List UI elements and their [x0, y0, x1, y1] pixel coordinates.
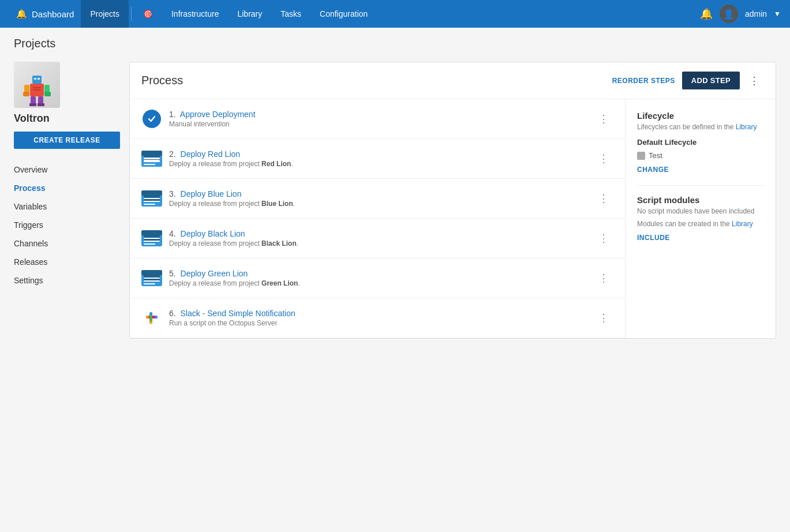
nav-item-configuration[interactable]: Configuration [310, 0, 377, 28]
step-item[interactable]: 1. Approve Deployment Manual interventio… [130, 99, 625, 139]
step-icon-deploy [141, 148, 162, 169]
lifecycle-value: Test [649, 151, 662, 160]
deploy-icon [141, 151, 162, 167]
step-description: Deploy a release from project Red Lion. [169, 160, 587, 168]
step-menu-button[interactable]: ⋮ [594, 269, 613, 287]
sidebar: Voltron CREATE RELEASE Overview Process … [14, 62, 129, 339]
notification-bell-icon[interactable]: 🔔 [700, 8, 713, 20]
nav-brand[interactable]: 🔔 Dashboard [9, 9, 81, 19]
library-link[interactable]: Library [736, 123, 757, 131]
checkmark-icon [147, 114, 157, 124]
step-item[interactable]: 6. Slack - Send Simple Notification Run … [130, 298, 625, 338]
step-description: Deploy a release from project Black Lion… [169, 239, 587, 248]
change-lifecycle-button[interactable]: CHANGE [637, 166, 669, 174]
svg-rect-34 [141, 270, 162, 275]
nav-item-infrastructure[interactable]: Infrastructure [162, 0, 228, 28]
nav-right: 🔔 👤 admin ▼ [700, 5, 781, 23]
svg-rect-31 [144, 241, 160, 242]
sidebar-item-channels[interactable]: Channels [14, 234, 120, 253]
svg-rect-7 [44, 92, 51, 96]
project-logo-image [14, 62, 60, 108]
step-icon-deploy [141, 228, 162, 249]
nav-item-camera[interactable]: 🎯 [134, 0, 162, 28]
sidebar-item-variables[interactable]: Variables [14, 197, 120, 216]
svg-rect-11 [38, 103, 44, 106]
slack-logo-icon [141, 308, 162, 328]
nav-item-tasks[interactable]: Tasks [271, 0, 310, 28]
deploy-step-icon [141, 230, 162, 246]
step-description: Deploy a release from project Green Lion… [169, 279, 587, 287]
step-name: 1. Approve Deployment [169, 110, 587, 119]
user-name: admin [745, 9, 767, 18]
step-name: 2. Deploy Red Lion [169, 149, 587, 159]
nav-item-library[interactable]: Library [228, 0, 271, 28]
sidebar-nav: Overview Process Variables Triggers Chan… [14, 160, 120, 290]
step-item[interactable]: 3. Deploy Blue Lion Deploy a release fro… [130, 179, 625, 219]
include-button[interactable]: INCLUDE [637, 234, 670, 242]
brand-label: Dashboard [32, 9, 74, 19]
step-info: 2. Deploy Red Lion Deploy a release from… [169, 149, 587, 168]
process-title: Process [141, 74, 612, 87]
svg-rect-26 [144, 204, 155, 205]
step-item[interactable]: 5. Deploy Green Lion Deploy a release fr… [130, 258, 625, 298]
deploy-step-icon [141, 270, 162, 286]
svg-rect-18 [144, 158, 160, 159]
main-layout: Voltron CREATE RELEASE Overview Process … [14, 62, 776, 339]
step-menu-button[interactable]: ⋮ [594, 110, 613, 128]
step-info: 4. Deploy Black Lion Deploy a release fr… [169, 229, 587, 248]
step-icon-deploy [141, 188, 162, 209]
step-item[interactable]: 2. Deploy Red Lion Deploy a release from… [130, 139, 625, 179]
svg-rect-37 [144, 280, 160, 282]
library-link-2[interactable]: Library [732, 220, 753, 228]
divider [637, 185, 764, 186]
svg-rect-25 [144, 201, 160, 202]
step-info: 3. Deploy Blue Lion Deploy a release fro… [169, 189, 587, 208]
step-description: Run a script on the Octopus Server [169, 319, 587, 327]
svg-rect-10 [29, 103, 36, 106]
project-name: Voltron [14, 113, 120, 125]
svg-rect-8 [31, 96, 36, 104]
reorder-steps-button[interactable]: REORDER STEPS [612, 77, 675, 85]
step-icon-manual [141, 108, 162, 129]
svg-rect-2 [34, 78, 36, 80]
svg-rect-13 [33, 89, 41, 91]
svg-rect-22 [141, 190, 162, 196]
step-description: Manual intervention [169, 120, 587, 128]
step-name: 4. Deploy Black Lion [169, 229, 587, 238]
sidebar-item-releases[interactable]: Releases [14, 253, 120, 271]
sidebar-item-process[interactable]: Process [14, 179, 120, 197]
svg-rect-19 [144, 161, 160, 162]
create-release-button[interactable]: CREATE RELEASE [14, 132, 120, 149]
default-lifecycle-label: Default Lifecycle [637, 138, 764, 147]
nav-separator [131, 7, 132, 21]
sidebar-item-settings[interactable]: Settings [14, 271, 120, 290]
add-step-button[interactable]: ADD STEP [682, 72, 740, 89]
svg-point-14 [147, 114, 157, 124]
sidebar-item-triggers[interactable]: Triggers [14, 216, 120, 234]
process-header: Process REORDER STEPS ADD STEP ⋮ [130, 62, 776, 99]
step-menu-button[interactable]: ⋮ [594, 190, 613, 207]
svg-rect-42 [155, 316, 158, 319]
svg-rect-43 [149, 312, 152, 315]
lifecycle-color-box [637, 152, 645, 160]
steps-list: 1. Approve Deployment Manual interventio… [130, 99, 626, 338]
nav-item-projects[interactable]: Projects [81, 0, 129, 28]
step-menu-button[interactable]: ⋮ [594, 309, 613, 327]
page-title: Projects [14, 37, 776, 50]
svg-rect-3 [38, 78, 40, 80]
svg-rect-32 [144, 243, 155, 245]
step-item[interactable]: 4. Deploy Black Lion Deploy a release fr… [130, 219, 625, 258]
no-modules-text: No script modules have been included [637, 207, 764, 215]
svg-rect-20 [144, 164, 155, 165]
svg-rect-24 [144, 198, 160, 199]
process-more-button[interactable]: ⋮ [744, 72, 764, 89]
step-description: Deploy a release from project Blue Lion. [169, 200, 587, 208]
svg-rect-36 [144, 278, 160, 279]
step-menu-button[interactable]: ⋮ [594, 230, 613, 247]
project-logo [14, 62, 60, 108]
step-info: 6. Slack - Send Simple Notification Run … [169, 309, 587, 327]
sidebar-item-overview[interactable]: Overview [14, 160, 120, 179]
user-dropdown-icon[interactable]: ▼ [774, 10, 781, 18]
step-menu-button[interactable]: ⋮ [594, 150, 613, 167]
step-name: 5. Deploy Green Lion [169, 269, 587, 278]
